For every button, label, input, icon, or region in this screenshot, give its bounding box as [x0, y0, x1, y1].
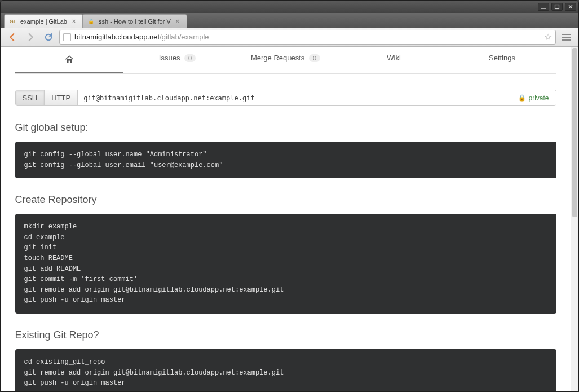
code-create-repo[interactable]: mkdir example cd example git init touch …: [15, 214, 556, 314]
nav-merge-requests[interactable]: Merge Requests 0: [232, 47, 340, 73]
hamburger-icon: [562, 34, 571, 41]
tab-close-icon[interactable]: ×: [70, 17, 77, 25]
home-icon: [64, 54, 74, 65]
chrome-menu-button[interactable]: [559, 30, 574, 45]
clone-protocol-tabs: SSH HTTP: [16, 90, 78, 105]
reload-button[interactable]: [41, 30, 56, 45]
nav-issues[interactable]: Issues 0: [123, 47, 232, 73]
clone-visibility: 🔒 private: [511, 90, 555, 105]
nav-issues-count: 0: [184, 54, 196, 62]
clone-url-field[interactable]: git@bitnamigitlab.cloudapp.net:example.g…: [78, 90, 511, 105]
url-text: bitnamigitlab.cloudapp.net/gitlab/exampl…: [74, 33, 541, 41]
back-button[interactable]: [5, 30, 20, 45]
svg-rect-1: [555, 5, 559, 9]
page-icon: [63, 33, 71, 41]
clone-url-box: SSH HTTP git@bitnamigitlab.cloudapp.net:…: [15, 90, 556, 106]
nav-settings[interactable]: Settings: [448, 47, 556, 73]
bookmark-star-icon[interactable]: ☆: [544, 32, 552, 42]
page-viewport: Issues 0 Merge Requests 0 Wiki Settings …: [1, 47, 578, 391]
vertical-scrollbar[interactable]: [571, 47, 578, 391]
section-title-existing: Existing Git Repo?: [15, 329, 556, 341]
tab-close-icon[interactable]: ×: [174, 17, 181, 25]
window-minimize-button[interactable]: [538, 3, 549, 11]
clone-visibility-label: private: [528, 94, 549, 102]
nav-home[interactable]: [15, 47, 123, 73]
favicon-gitlab: GL: [9, 17, 17, 25]
browser-tabstrip: GL example | GitLab × 🔒 ssh - How to I t…: [1, 13, 578, 28]
code-existing-repo[interactable]: cd existing_git_repo git remote add orig…: [15, 349, 556, 391]
browser-tab-active[interactable]: GL example | GitLab ×: [4, 14, 83, 28]
browser-window: GL example | GitLab × 🔒 ssh - How to I t…: [0, 0, 579, 392]
url-path: /gitlab/example: [160, 33, 209, 41]
url-host: bitnamigitlab.cloudapp.net: [74, 33, 160, 41]
browser-tab-inactive[interactable]: 🔒 ssh - How to I tell Git for V ×: [82, 14, 187, 28]
scrollbar-thumb[interactable]: [572, 48, 577, 217]
clone-tab-http[interactable]: HTTP: [45, 90, 77, 105]
section-title-global: Git global setup:: [15, 122, 556, 134]
window-close-button[interactable]: [565, 3, 576, 11]
section-title-create: Create Repository: [15, 194, 556, 206]
nav-settings-label: Settings: [489, 54, 515, 62]
browser-toolbar: bitnamigitlab.cloudapp.net/gitlab/exampl…: [1, 28, 578, 47]
clone-tab-ssh[interactable]: SSH: [16, 90, 45, 105]
tab-title: ssh - How to I tell Git for V: [99, 18, 171, 25]
nav-wiki[interactable]: Wiki: [340, 47, 448, 73]
favicon-stackoverflow: 🔒: [87, 17, 95, 25]
forward-button[interactable]: [23, 30, 38, 45]
lock-icon: 🔒: [518, 94, 526, 102]
nav-merge-label: Merge Requests: [251, 54, 304, 62]
code-global-setup[interactable]: git config --global user.name "Administr…: [15, 142, 556, 178]
address-bar[interactable]: bitnamigitlab.cloudapp.net/gitlab/exampl…: [59, 30, 556, 45]
tab-title: example | GitLab: [20, 18, 67, 25]
nav-issues-label: Issues: [159, 54, 180, 62]
window-maximize-button[interactable]: [551, 3, 563, 11]
page-content: Issues 0 Merge Requests 0 Wiki Settings …: [4, 47, 568, 391]
nav-merge-count: 0: [309, 54, 320, 62]
nav-wiki-label: Wiki: [387, 54, 401, 62]
project-nav: Issues 0 Merge Requests 0 Wiki Settings: [15, 47, 556, 74]
window-titlebar: [1, 1, 578, 13]
